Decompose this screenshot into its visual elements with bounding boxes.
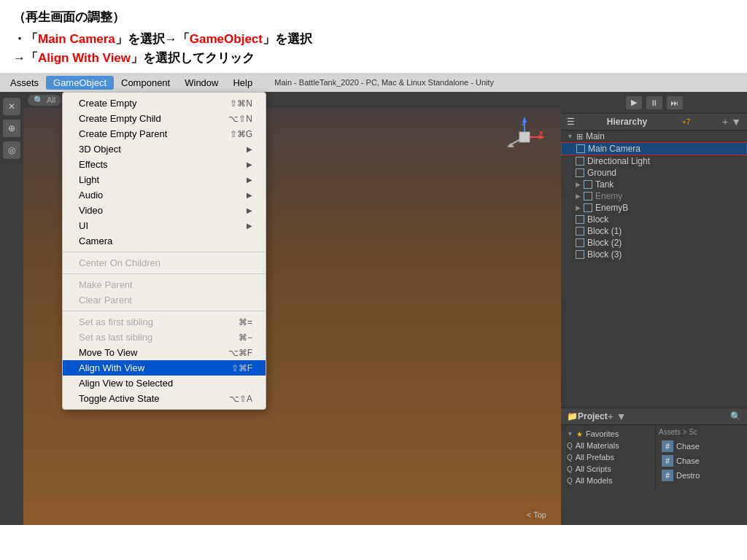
menu-audio[interactable]: Audio — [63, 187, 266, 203]
menu-light[interactable]: Light — [63, 172, 266, 187]
favorites-header[interactable]: ▼ ★ Favorites — [561, 428, 655, 440]
hierarchy-item-tank[interactable]: ▶ Tank — [561, 179, 747, 190]
svg-text:X: X — [539, 130, 543, 136]
asset-label: Destro — [676, 471, 700, 480]
svg-text:Z: Z — [522, 120, 525, 127]
project-panel: 📁 Project + ▼ 🔍 ▼ ★ Favorites Q — [561, 408, 747, 525]
object-icon — [576, 215, 584, 224]
asset-hash-icon: # — [662, 470, 673, 481]
pause-button[interactable]: ⏸ — [646, 96, 662, 109]
object-icon — [576, 227, 584, 236]
expand-arrow: ▼ — [567, 133, 573, 140]
highlight-align-with-view: Align With View — [38, 51, 131, 65]
menu-video[interactable]: Video — [63, 203, 266, 218]
item-label: Block (3) — [587, 249, 622, 260]
right-panel: ▶ ⏸ ⏭ ☰ Hierarchy +7 + ▼ ▼ ⊞ Main — [561, 92, 747, 525]
hierarchy-item-ground[interactable]: Ground — [561, 167, 747, 179]
hierarchy-item-block3[interactable]: Block (3) — [561, 249, 747, 260]
hierarchy-add-button[interactable]: + ▼ — [722, 116, 741, 128]
instruction-line2: →「Align With View」を選択してクリック — [13, 49, 734, 68]
menu-gameobject[interactable]: GameObject — [46, 76, 114, 90]
scene-icon: ⊞ — [576, 132, 583, 141]
menu-create-empty[interactable]: Create Empty ⇧⌘N — [63, 96, 266, 111]
object-icon — [576, 168, 584, 177]
fav-label: All Prefabs — [576, 453, 614, 462]
menu-align-view-to-selected[interactable]: Align View to Selected — [63, 376, 266, 391]
fav-label: All Scripts — [576, 464, 611, 473]
menu-create-empty-child[interactable]: Create Empty Child ⌥⇧N — [63, 111, 266, 126]
object-icon — [584, 203, 592, 212]
star-icon: ★ — [576, 430, 583, 438]
fav-label: All Materials — [576, 441, 619, 450]
hierarchy-badge: +7 — [682, 118, 690, 126]
menu-set-first-sibling: Set as first sibling ⌘= — [63, 314, 266, 330]
menu-camera[interactable]: Camera — [63, 233, 266, 249]
scene-label: Main — [586, 131, 605, 141]
hierarchy-item-block2[interactable]: Block (2) — [561, 237, 747, 249]
item-label: Directional Light — [587, 156, 650, 166]
favorites-all-prefabs[interactable]: Q All Prefabs — [561, 451, 655, 463]
folder-icon: 📁 — [567, 411, 578, 421]
project-content: ▼ ★ Favorites Q All Materials Q All Pref… — [561, 425, 747, 489]
menu-ui[interactable]: UI — [63, 218, 266, 233]
expand-arrow: ▶ — [576, 192, 581, 200]
unity-editor: Assets GameObject Component Window Help … — [0, 73, 747, 525]
asset-chase2[interactable]: # Chase — [659, 454, 744, 468]
menu-align-with-view[interactable]: Align With View ⇧⌘F — [63, 360, 266, 376]
asset-label: Chase — [676, 442, 700, 451]
step-button[interactable]: ⏭ — [667, 96, 683, 109]
object-icon — [584, 192, 592, 201]
tool-icon-2[interactable]: ⊕ — [3, 120, 20, 137]
menu-toggle-active-state[interactable]: Toggle Active State ⌥⇧A — [63, 391, 266, 406]
hierarchy-item-dir-light[interactable]: Directional Light — [561, 155, 747, 167]
object-icon — [576, 250, 584, 259]
favorites-all-models[interactable]: Q All Models — [561, 475, 655, 486]
menu-help[interactable]: Help — [225, 76, 260, 90]
tool-icon-1[interactable]: ✕ — [3, 98, 20, 115]
object-icon — [576, 144, 585, 153]
favorites-all-scripts[interactable]: Q All Scripts — [561, 463, 655, 475]
play-button[interactable]: ▶ — [626, 96, 642, 109]
search-icon: Q — [567, 477, 573, 485]
instruction-title: （再生画面の調整） — [13, 9, 734, 26]
tool-icon-3[interactable]: ◎ — [3, 141, 20, 159]
favorites-label: Favorites — [586, 429, 619, 438]
item-label: Block (2) — [587, 238, 622, 248]
item-label: Tank — [595, 179, 614, 190]
menu-component[interactable]: Component — [114, 76, 177, 90]
left-toolbar: ✕ ⊕ ◎ — [0, 92, 23, 525]
hierarchy-item-enemyb[interactable]: ▶ EnemyB — [561, 202, 747, 214]
menu-set-last-sibling: Set as last sibling ⌘− — [63, 330, 266, 345]
gameobject-dropdown: Create Empty ⇧⌘N Create Empty Child ⌥⇧N … — [62, 92, 266, 410]
highlight-gameobject: GameObject — [190, 32, 263, 46]
hierarchy-item-enemy[interactable]: ▶ Enemy — [561, 190, 747, 202]
asset-destro[interactable]: # Destro — [659, 468, 744, 483]
menu-window[interactable]: Window — [177, 76, 225, 90]
menubar: Assets GameObject Component Window Help … — [0, 73, 747, 92]
instruction-area: （再生画面の調整） ・「Main Camera」を選択→「GameObject」… — [0, 0, 747, 73]
separator-2 — [63, 273, 266, 274]
scene-top-label: < Top — [527, 510, 546, 519]
menu-3d-object[interactable]: 3D Object — [63, 141, 266, 157]
menu-effects[interactable]: Effects — [63, 157, 266, 172]
highlight-main-camera: Main Camera — [38, 32, 115, 46]
hierarchy-scene-main[interactable]: ▼ ⊞ Main — [561, 131, 747, 142]
asset-chase1[interactable]: # Chase — [659, 439, 744, 454]
hierarchy-item-block1[interactable]: Block (1) — [561, 225, 747, 237]
item-label: Main Camera — [588, 144, 640, 154]
search-icon: Q — [567, 465, 573, 473]
project-add-button[interactable]: + ▼ — [608, 411, 627, 422]
scene-search[interactable]: 🔍 All — [28, 95, 61, 106]
play-controls: ▶ ⏸ ⏭ — [561, 92, 747, 114]
item-label: Block (1) — [587, 226, 622, 236]
hierarchy-item-main-camera[interactable]: Main Camera — [561, 142, 747, 155]
hierarchy-item-block[interactable]: Block — [561, 214, 747, 225]
favorites-all-materials[interactable]: Q All Materials — [561, 440, 655, 451]
svg-rect-6 — [519, 132, 530, 142]
item-label: Block — [587, 214, 608, 225]
project-search-icon[interactable]: 🔍 — [730, 411, 741, 421]
menu-move-to-view[interactable]: Move To View ⌥⌘F — [63, 345, 266, 360]
menu-assets[interactable]: Assets — [3, 76, 46, 90]
menu-create-empty-parent[interactable]: Create Empty Parent ⇧⌘G — [63, 126, 266, 141]
item-label: EnemyB — [595, 203, 628, 213]
